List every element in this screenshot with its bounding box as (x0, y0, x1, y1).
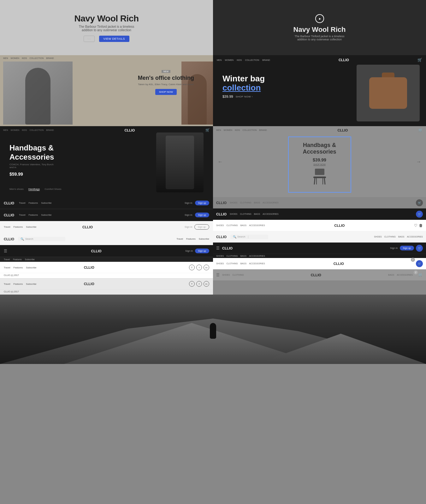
fl6-travel[interactable]: Travel (4, 266, 10, 269)
fl6-subscribe[interactable]: Subscribe (26, 266, 36, 269)
r7-bags[interactable]: BAGS (388, 274, 394, 276)
nl5-subscribe[interactable]: Subscribe (25, 258, 35, 261)
p4-nav-kids[interactable]: KIDS (237, 59, 242, 61)
panel3-shop-now-btn[interactable]: SHOP NOW (155, 89, 177, 95)
r2-bags[interactable]: BAGS (254, 213, 260, 215)
trash-icon[interactable]: 🗑 (419, 223, 423, 228)
r1-clothing[interactable]: CLOTHING (240, 202, 251, 204)
play-button[interactable] (315, 14, 324, 23)
nav-l4-search[interactable]: 🔍 Search (18, 237, 65, 241)
r2-accessories[interactable]: ACCESSORIES (263, 213, 279, 215)
p6-nav-collection[interactable]: COLLECTION (243, 129, 257, 131)
fl7-travel[interactable]: Travel (4, 283, 10, 285)
fl7-features[interactable]: Features (14, 283, 23, 285)
p6-nav-brand[interactable]: BRAND (259, 129, 267, 131)
r3-shoes[interactable]: SHOES (216, 224, 224, 226)
nl2-signin[interactable]: Sign in (185, 214, 192, 216)
r1-accessories[interactable]: ACCESSORIES (263, 202, 279, 204)
panel6-shop-now[interactable]: SHOP NOW (295, 163, 344, 166)
r7-clothing[interactable]: CLOTHING (233, 274, 244, 276)
p5-nav-men[interactable]: MEN (3, 129, 8, 131)
linkedin-icon[interactable]: in (204, 265, 209, 270)
nl5-signin[interactable]: Sign in (185, 249, 193, 252)
r6-clothing[interactable]: CLOTHING (227, 262, 238, 265)
nl2-signup-btn[interactable]: Sign up (195, 213, 209, 217)
twitter-icon-l7[interactable]: T (189, 281, 195, 287)
nl3-subscribe[interactable]: Subscribe (26, 226, 36, 228)
r3-accessories[interactable]: ACCESSORIES (249, 224, 265, 226)
r5-signin[interactable]: Sign in (390, 247, 398, 249)
nav-r1-cart-btn[interactable]: 🛒 (416, 199, 423, 206)
nl2-features[interactable]: Features (29, 214, 38, 216)
r6-accessories[interactable]: ACCESSORIES (249, 262, 265, 265)
r1-shoes[interactable]: SHOES (230, 202, 238, 204)
r5b-bags[interactable]: BAGS (240, 255, 246, 257)
r1-bags[interactable]: BAGS (254, 202, 260, 204)
r2-clothing[interactable]: CLOTHING (240, 213, 251, 215)
heart-icon[interactable]: ♡ (414, 223, 417, 228)
nl4-travel[interactable]: Travel (176, 237, 183, 240)
nav-r5-cart-btn[interactable]: 🛒 (416, 245, 423, 252)
nav-r4-search[interactable]: 🔍 Search | (230, 235, 268, 239)
nav-women[interactable]: WOMEN (11, 57, 20, 59)
nl5-features[interactable]: Features (13, 258, 22, 261)
r7-shoes[interactable]: SHOES (222, 274, 230, 276)
fl7-subscribe[interactable]: Subscribe (26, 283, 36, 285)
panel1-view-details-btn[interactable]: VIEW DETAILS (99, 36, 129, 42)
r4-bags[interactable]: BAGS (398, 236, 404, 238)
nl2-subscribe[interactable]: Subscribe (41, 214, 51, 216)
panel5-cart-icon[interactable]: 🛒 (205, 128, 210, 132)
panel1-outline-btn[interactable]: ····· (84, 36, 95, 42)
nl3-signin[interactable]: Sign in (185, 226, 192, 228)
r4-accessories[interactable]: ACCESSORIES (407, 236, 423, 238)
hamburger-icon-r7[interactable]: ☰ (216, 273, 220, 277)
r2-shoes[interactable]: SHOES (230, 213, 238, 215)
p6-nav-women[interactable]: WOMEN (224, 129, 233, 131)
p6-nav-men[interactable]: MEN (216, 129, 221, 131)
panel4-cart-icon[interactable]: 🛒 (417, 58, 422, 62)
r3-clothing[interactable]: CLOTHING (227, 224, 238, 226)
panel6-next-arrow[interactable]: → (416, 159, 421, 165)
nl4-subscribe[interactable]: Subscribe (199, 237, 209, 240)
r6-shoes[interactable]: SHOES (216, 262, 224, 265)
fl6-features[interactable]: Features (14, 266, 23, 269)
p4-nav-collection[interactable]: COLLECTION (245, 59, 259, 61)
nl5-signup-btn[interactable]: Sign up (195, 249, 209, 253)
tab-mens-shoes[interactable]: Men's shoes (9, 188, 24, 191)
nl2-travel[interactable]: Travel (19, 214, 26, 216)
p4-nav-brand[interactable]: BRAND (262, 59, 270, 61)
tab-handbags[interactable]: Handbags (28, 188, 40, 191)
r7-accessories[interactable]: ACCESSORIES (397, 274, 413, 276)
panel6-cart-icon[interactable]: 🛒 (418, 128, 423, 132)
r5b-clothing[interactable]: CLOTHING (227, 255, 238, 257)
r4-clothing[interactable]: CLOTHING (384, 236, 396, 238)
tab-comfort-shoes[interactable]: Comfort Shoes (44, 188, 61, 191)
p5-nav-kids[interactable]: KIDS (22, 129, 27, 131)
nl1-signup-btn[interactable]: Sign up (195, 201, 209, 205)
hamburger-icon-r5[interactable]: ☰ (216, 246, 220, 250)
nl1-signin[interactable]: Sign in (185, 202, 192, 204)
p5-nav-brand[interactable]: BRAND (46, 129, 54, 131)
r7-cart-icon[interactable]: 🛒 (418, 273, 423, 277)
facebook-icon-l7[interactable]: f (196, 281, 202, 287)
r4-shoes[interactable]: SHOES (374, 236, 382, 238)
nav-r6-cart-btn[interactable]: 🛒 (416, 260, 423, 267)
facebook-icon[interactable]: f (196, 265, 202, 270)
nl3-features[interactable]: Features (14, 226, 23, 228)
r6-bags[interactable]: BAGS (240, 262, 246, 265)
nav-men[interactable]: MEN (3, 57, 8, 59)
r5-signup-btn[interactable]: Sign up (400, 246, 414, 250)
p4-nav-women[interactable]: WOMEN (225, 59, 234, 61)
nl1-travel[interactable]: Travel (19, 202, 26, 204)
p5-nav-collection[interactable]: COLLECTION (30, 129, 44, 131)
p6-nav-kids[interactable]: KIDS (235, 129, 240, 131)
p5-nav-women[interactable]: WOMEN (11, 129, 20, 131)
panel4-shop-now[interactable]: SHOP NOW › (236, 95, 253, 98)
r5b-accessories[interactable]: ACCESSORIES (249, 255, 265, 257)
panel6-prev-arrow[interactable]: ← (218, 159, 223, 165)
nl1-features[interactable]: Features (29, 202, 38, 204)
nl5-travel[interactable]: Travel (4, 258, 10, 261)
r3-bags[interactable]: BAGS (240, 224, 246, 226)
linkedin-icon-l7[interactable]: in (204, 281, 209, 287)
p4-nav-men[interactable]: MEN (217, 59, 222, 61)
